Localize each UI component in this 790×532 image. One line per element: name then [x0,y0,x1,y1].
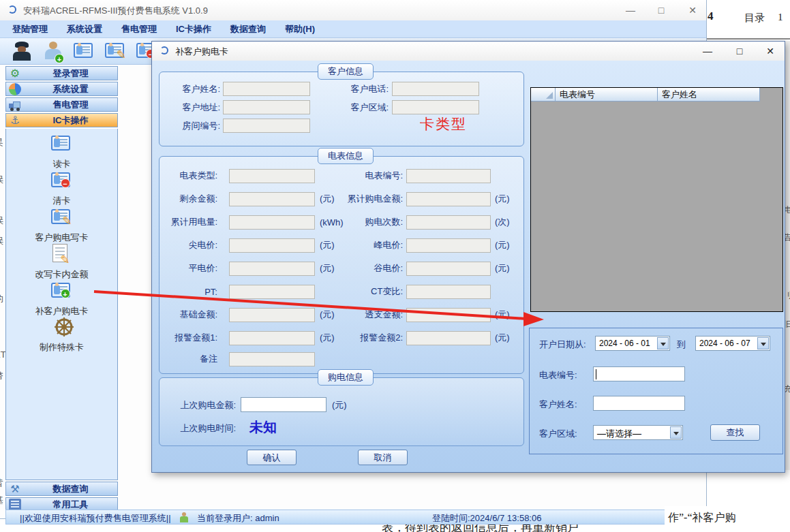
meter-field-input[interactable] [406,238,491,253]
search-customer-name-label: 客户姓名: [539,398,577,411]
toolbar-officer-icon[interactable] [7,40,37,63]
sidebar-ic-panel: 读卡−清卡✎客户购电写卡✎改写卡内金额+补客户购电卡制作特殊卡 [5,129,118,480]
customer-field-label: 客户地址: [164,101,220,114]
dialog-replenish-card: 补客户购电卡 — □ ✕ 客户信息 客户姓名:客户电话:客户地址:客户区域:房间… [151,41,785,473]
toolbar-add-user-icon[interactable]: + [38,40,68,63]
meter-field-label: CT变比: [340,285,403,298]
sidebar-group-4[interactable]: ⚒数据查询 [5,482,118,496]
menu-item-1[interactable]: 系统设置 [67,23,102,35]
sidebar: ⚙登录管理系统设置售电管理⚓IC卡操作读卡−清卡✎客户购电写卡✎改写卡内金额+补… [5,66,118,513]
meter-field-input[interactable] [229,285,315,299]
dialog-titlebar: 补客户购电卡 — □ ✕ [152,42,785,61]
toolbar-write-card-icon[interactable]: ✎ [101,40,131,63]
purchase-info-group-title: 购电信息 [318,369,374,386]
last-purchase-amount-label: 上次购电金额: [164,399,236,411]
date-from-picker[interactable]: 2024 - 06 - 01 [595,336,670,351]
doc-right-char: 告 [785,232,790,243]
meter-field-label: 峰电价: [340,239,403,251]
text-caret [596,369,596,379]
meter-field-input[interactable] [406,285,491,299]
dialog-maximize-button[interactable]: □ [727,43,753,59]
find-button[interactable]: 查找 [710,424,760,441]
customer-field-input[interactable] [223,100,310,114]
sidebar-group-2[interactable]: 售电管理 [5,97,118,112]
meter-field-label: 电表编号: [340,170,403,182]
meter-field-input[interactable] [406,169,491,183]
doc-left-char: 误 [0,215,3,227]
sidebar-group-0[interactable]: ⚙登录管理 [5,66,118,80]
meter-field-input[interactable] [229,192,315,206]
doc-bottom-right-line: 作”-“补客户购 [668,511,736,525]
sidebar-group-1[interactable]: 系统设置 [5,82,118,96]
sidebar-group-label: 数据查询 [24,483,117,495]
meter-field-unit: (次) [491,216,510,228]
column-header-meter-no[interactable]: 电表编号 [556,88,658,101]
search-meter-no-label: 电表编号: [539,369,577,381]
menu-item-5[interactable]: 帮助(H) [285,23,315,35]
table-corner-cell[interactable] [531,88,556,101]
confirm-button[interactable]: 确认 [247,450,297,465]
date-from-dropdown-button[interactable] [657,337,669,349]
meter-field-label: 累计用电量: [164,216,217,228]
dialog-title: 补客户购电卡 [175,46,228,58]
dialog-minimize-button[interactable]: — [695,43,720,59]
customer-field-input[interactable] [392,82,479,96]
meter-field-input[interactable] [229,331,315,345]
sidebar-item-4[interactable]: +补客户购电卡 [6,279,117,317]
card-plus-icon: + [47,279,77,302]
statusbar-welcome: ||欢迎使用安科瑞预付费售电管理系统|| [20,512,171,525]
dialog-close-button[interactable]: ✕ [757,43,783,59]
sidebar-group-label: IC卡操作 [24,114,117,127]
search-area-select[interactable]: —请选择— [593,425,683,440]
sidebar-group-3[interactable]: ⚓IC卡操作 [5,113,118,127]
close-button[interactable]: ✕ [679,2,706,18]
meter-field-label: 购电次数: [340,216,403,228]
meter-field-input[interactable] [229,169,315,183]
date-to-dropdown-button[interactable] [757,337,769,349]
results-table: 电表编号 客户姓名 [530,87,783,312]
note-icon [6,499,24,511]
cancel-button[interactable]: 取消 [358,450,408,465]
maximize-button[interactable]: □ [648,2,675,18]
customer-row: 客户姓名:客户电话: [164,80,519,98]
meter-field-input[interactable] [406,215,491,230]
toolbar-read-card-icon[interactable] [70,40,100,63]
doc-horizontal-rule [707,38,790,40]
column-header-customer-name[interactable]: 客户姓名 [658,88,760,101]
search-area-dropdown-button[interactable] [670,426,682,439]
sidebar-item-0[interactable]: 读卡 [6,132,117,170]
menu-item-2[interactable]: 售电管理 [121,23,157,35]
doc-left-char: ET [0,349,5,360]
sidebar-item-3[interactable]: ✎改写卡内金额 [6,242,117,281]
search-customer-name-input[interactable] [593,396,685,411]
meter-field-input[interactable] [229,238,315,253]
customer-field-input[interactable] [392,100,479,114]
meter-field-input[interactable] [229,352,315,366]
sidebar-item-1[interactable]: −清卡 [6,169,117,207]
meter-field-input[interactable] [406,331,491,345]
menu-item-3[interactable]: IC卡操作 [176,23,211,35]
anchor-icon: ⚓ [6,114,24,127]
menu-item-0[interactable]: 登陆管理 [12,23,48,35]
sidebar-item-2[interactable]: ✎客户购电写卡 [6,206,117,244]
minimize-button[interactable]: — [617,2,644,18]
meter-field-unit: (元) [491,309,510,321]
last-purchase-amount-input[interactable] [241,397,326,412]
meter-field-input[interactable] [406,308,491,322]
date-to-picker[interactable]: 2024 - 06 - 07 [695,336,770,351]
meter-field-input[interactable] [406,192,491,206]
tools-icon: ⚒ [6,483,24,495]
doc-page-number: 4 [708,10,714,23]
menu-item-4[interactable]: 数据查询 [230,23,266,35]
sidebar-item-5[interactable]: 制作特殊卡 [6,315,117,354]
search-meter-no-input[interactable] [593,366,685,381]
customer-field-input[interactable] [223,82,310,96]
meter-field-input[interactable] [229,262,315,276]
meter-field-input[interactable] [229,215,315,230]
meter-field-input[interactable] [229,308,315,322]
customer-field-input[interactable] [223,119,310,133]
wheel-icon [47,315,77,339]
meter-field-input[interactable] [406,262,491,276]
sidebar-group-label: 系统设置 [24,83,117,95]
doc-left-sliver: 昊误误误的ET替昔基 [0,65,5,514]
